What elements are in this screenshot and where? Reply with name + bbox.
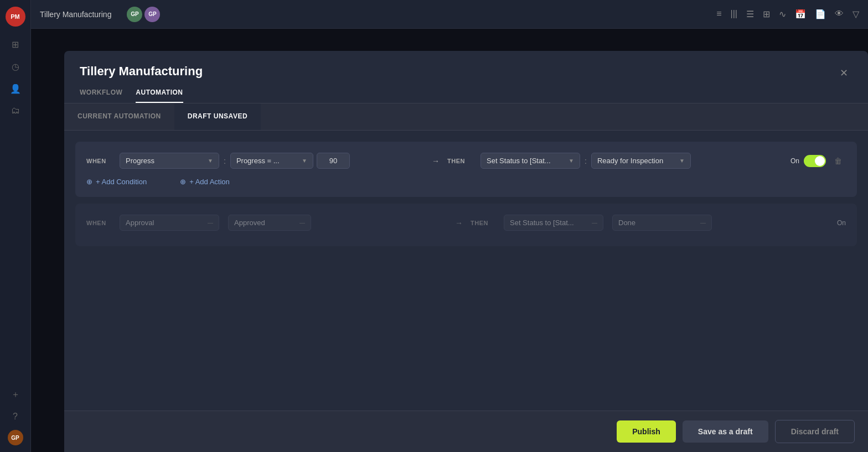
- filter-icon[interactable]: ▽: [852, 9, 859, 19]
- delete-rule-1-button[interactable]: 🗑: [830, 153, 846, 169]
- chart-icon[interactable]: |||: [731, 9, 737, 19]
- sidebar-logo: PM: [6, 7, 25, 27]
- sidebar-avatar[interactable]: GP: [8, 430, 23, 445]
- chevron-down-icon-2: ▼: [302, 158, 307, 164]
- table-icon[interactable]: ☰: [746, 9, 754, 19]
- sidebar-icon-add[interactable]: ＋: [7, 386, 24, 403]
- colon-1: :: [223, 157, 227, 165]
- rule-1-toggle-area: On 🗑: [790, 153, 846, 169]
- chevron-down-icon-4: ▼: [679, 158, 685, 164]
- rule-1-actions-row: ⊕ + Add Condition ⊕ + Add Action: [86, 175, 846, 188]
- then-value-select[interactable]: Ready for Inspection ▼: [591, 153, 691, 169]
- eye-icon[interactable]: 👁: [835, 9, 844, 19]
- sidebar-icon-people[interactable]: 👤: [7, 80, 24, 97]
- then-label-1: THEN: [447, 158, 475, 164]
- inner-tabs-header: CURRENT AUTOMATION DRAFT UNSAVED: [64, 103, 868, 131]
- avatar-gp2: GP: [144, 7, 160, 22]
- then-label-2: THEN: [471, 220, 498, 226]
- inner-tab-current[interactable]: CURRENT AUTOMATION: [64, 103, 174, 130]
- add-action-button[interactable]: ⊕ + Add Action: [180, 175, 846, 188]
- activity-icon[interactable]: ∿: [779, 9, 786, 19]
- rule-1-conditions-row: WHEN Progress ▼ : Progress = ...: [86, 153, 846, 169]
- when-label-1: WHEN: [86, 158, 114, 164]
- chevron-down-icon-7: —: [592, 220, 597, 226]
- workspace: Tillery Manufacturing ✕ WORKFLOW AUTOMAT…: [31, 29, 868, 452]
- rules-list: WHEN Progress ▼ : Progress = ...: [64, 131, 868, 411]
- calendar-icon[interactable]: 📅: [795, 9, 806, 19]
- save-draft-button[interactable]: Save as a draft: [683, 420, 768, 443]
- inner-tab-draft[interactable]: DRAFT UNSAVED: [174, 103, 261, 130]
- when-field1-select[interactable]: Progress ▼: [120, 153, 219, 169]
- top-bar-avatars: GP GP: [127, 7, 160, 22]
- when-field2-select-2[interactable]: Approved —: [228, 215, 311, 231]
- modal-tabs: WORKFLOW AUTOMATION: [64, 82, 868, 103]
- toggle-label-1: On: [790, 157, 799, 165]
- rule-1-then-section: Set Status to [Stat... ▼ : Ready for Ins…: [480, 153, 785, 169]
- rule-2-conditions-row: WHEN Approval — Approved —: [86, 215, 846, 231]
- modal-title: Tillery Manufacturing: [80, 64, 203, 79]
- rule-2-toggle-area: On: [837, 219, 846, 227]
- sidebar: PM ⊞ ◷ 👤 🗂 ＋ ? GP: [0, 0, 31, 452]
- plus-circle-icon-2: ⊕: [180, 178, 186, 186]
- toggle-switch-1[interactable]: [804, 155, 826, 167]
- rule-2-when-section: Approval — Approved —: [120, 215, 447, 231]
- arrow-icon: →: [432, 157, 440, 165]
- chevron-down-icon: ▼: [208, 158, 213, 164]
- then-action-select-2[interactable]: Set Status to [Stat... —: [504, 215, 603, 231]
- plus-circle-icon: ⊕: [86, 178, 92, 186]
- then-action-select[interactable]: Set Status to [Stat... ▼: [480, 153, 580, 169]
- then-value-select-2[interactable]: Done —: [612, 215, 712, 231]
- tab-workflow[interactable]: WORKFLOW: [80, 89, 122, 103]
- top-bar: Tillery Manufacturing GP GP ≡ ||| ☰ ⊞ ∿ …: [31, 0, 868, 29]
- doc-icon[interactable]: 📄: [815, 9, 826, 19]
- rule-1-when-section: Progress ▼ : Progress = ... ▼: [120, 153, 424, 169]
- add-condition-button[interactable]: ⊕ + Add Condition: [86, 175, 147, 188]
- when-field2-select[interactable]: Progress = ... ▼: [230, 153, 313, 169]
- publish-button[interactable]: Publish: [617, 420, 676, 443]
- avatar-gp1: GP: [127, 7, 142, 22]
- rule-2-then-section: Set Status to [Stat... — Done —: [504, 215, 831, 231]
- close-button[interactable]: ✕: [835, 64, 852, 82]
- automation-modal: Tillery Manufacturing ✕ WORKFLOW AUTOMAT…: [64, 51, 868, 452]
- when-field1-select-2[interactable]: Approval —: [120, 215, 219, 231]
- toggle-label-2: On: [837, 219, 846, 227]
- chevron-down-icon-8: —: [700, 220, 706, 226]
- modal-footer: Publish Save as a draft Discard draft: [64, 411, 868, 452]
- rule-card-1: WHEN Progress ▼ : Progress = ...: [75, 142, 857, 197]
- sidebar-icon-folder[interactable]: 🗂: [7, 102, 24, 120]
- sidebar-icon-help[interactable]: ?: [7, 408, 24, 425]
- chevron-down-icon-6: —: [299, 220, 305, 226]
- modal-header: Tillery Manufacturing ✕: [64, 51, 868, 82]
- tab-automation[interactable]: AUTOMATION: [136, 89, 183, 103]
- chevron-down-icon-5: —: [208, 220, 213, 226]
- when-value-input[interactable]: 90: [317, 153, 350, 169]
- sidebar-icon-home[interactable]: ⊞: [7, 35, 24, 53]
- arrow-icon-2: →: [455, 219, 463, 227]
- list-icon[interactable]: ≡: [716, 9, 721, 19]
- top-bar-icons: ≡ ||| ☰ ⊞ ∿ 📅 📄 👁 ▽: [716, 9, 859, 19]
- top-bar-title: Tillery Manufacturing: [40, 10, 111, 19]
- discard-draft-button[interactable]: Discard draft: [775, 420, 855, 443]
- when-label-2: WHEN: [86, 220, 114, 226]
- rule-card-2: WHEN Approval — Approved —: [75, 204, 857, 246]
- colon-2: :: [583, 157, 588, 165]
- chevron-down-icon-3: ▼: [569, 158, 574, 164]
- sidebar-icon-time[interactable]: ◷: [7, 58, 24, 75]
- main-content: Tillery Manufacturing GP GP ≡ ||| ☰ ⊞ ∿ …: [31, 0, 868, 452]
- grid-icon[interactable]: ⊞: [763, 9, 770, 19]
- modal-body: CURRENT AUTOMATION DRAFT UNSAVED WHEN: [64, 103, 868, 452]
